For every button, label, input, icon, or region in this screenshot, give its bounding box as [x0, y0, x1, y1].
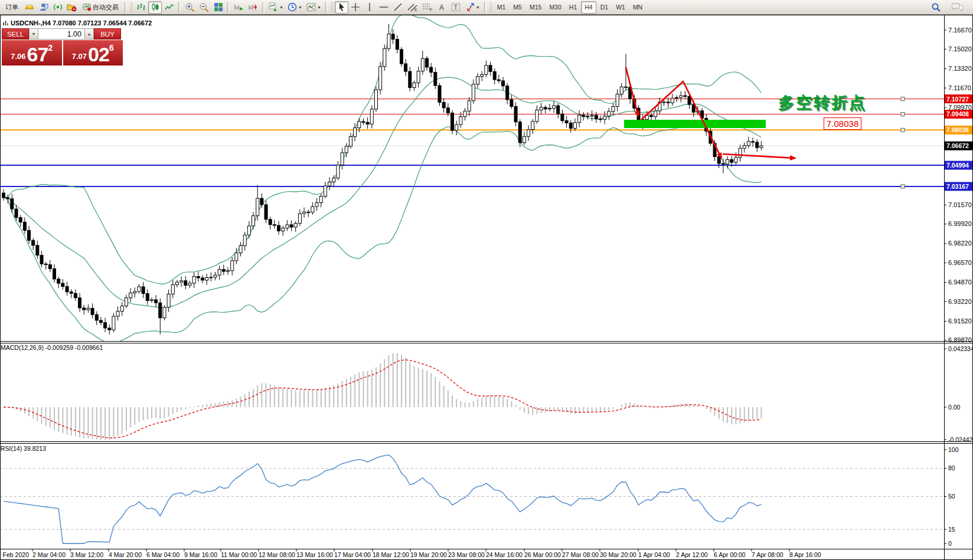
svg-text:18 Mar 12:00: 18 Mar 12:00: [373, 551, 409, 558]
sell-price-prefix: 7.06: [11, 52, 25, 61]
bar-chart-icon: [136, 2, 146, 12]
vertical-line-button[interactable]: [363, 1, 377, 14]
chart-shift-button[interactable]: [246, 1, 260, 14]
candlestick-chart-button[interactable]: [148, 1, 162, 14]
chart-canvas[interactable]: 7.166707.150207.133207.116707.099707.015…: [0, 0, 973, 560]
cursor-button[interactable]: [335, 1, 348, 14]
dropdown-caret-icon: ▼: [298, 5, 302, 9]
svg-text:2 Mar 04:00: 2 Mar 04:00: [32, 551, 66, 558]
templates-button[interactable]: ▼: [305, 1, 323, 14]
trendline-icon: [393, 2, 403, 12]
svg-text:0.042334: 0.042334: [948, 345, 973, 352]
timeframe-m5-button[interactable]: M5: [510, 1, 525, 14]
sell-price-block[interactable]: 7.06 67 2: [2, 40, 62, 66]
fibonacci-button[interactable]: F: [420, 1, 435, 14]
trade-panel-controls: SELL ▼ ▲ BUY: [2, 28, 123, 40]
svg-text:7.06672: 7.06672: [946, 142, 969, 149]
line-chart-icon: [165, 2, 174, 12]
svg-text:6 Apr 00:00: 6 Apr 00:00: [714, 551, 746, 558]
buy-button[interactable]: BUY: [94, 28, 121, 40]
horizontal-line-icon: [379, 3, 388, 11]
zoom-out-button[interactable]: [197, 1, 211, 14]
timeframe-d1-button[interactable]: D1: [597, 1, 612, 14]
timeframe-m30-button[interactable]: M30: [546, 1, 564, 14]
signals-icon[interactable]: [37, 1, 50, 14]
svg-text:7.10727: 7.10727: [946, 96, 969, 103]
svg-text:7.15020: 7.15020: [948, 45, 972, 53]
crosshair-button[interactable]: [349, 1, 363, 14]
timeframe-h1-button[interactable]: H1: [566, 1, 580, 14]
buy-price-sup: 6: [109, 43, 114, 53]
toolbar-separator: [178, 2, 181, 13]
svg-text:23 Mar 08:00: 23 Mar 08:00: [448, 551, 485, 558]
clock-icon: [288, 2, 297, 12]
dropdown-caret-icon: ▼: [476, 5, 480, 9]
svg-text:19 Mar 20:00: 19 Mar 20:00: [410, 551, 447, 558]
toolbar-separator: [262, 2, 265, 13]
crosshair-icon: [351, 2, 360, 12]
volume-increase-button[interactable]: ▲: [84, 28, 94, 40]
periods-button[interactable]: ▼: [286, 1, 304, 14]
chat-button[interactable]: [950, 1, 965, 14]
toolbar-separator: [227, 2, 230, 13]
vertical-line-icon: [365, 2, 374, 12]
horizontal-line-button[interactable]: [377, 1, 391, 14]
svg-text:7.11670: 7.11670: [948, 84, 971, 91]
rsi-indicator-label: RSI(14) 39.8213: [1, 445, 46, 452]
svg-text:7.04994: 7.04994: [946, 162, 969, 169]
volume-decrease-button[interactable]: ▼: [29, 28, 38, 40]
zoom-in-button[interactable]: [183, 1, 197, 14]
chart-title-text: USDCNH-,H4 7.07080 7.07123 7.06544 7.066…: [11, 19, 152, 27]
svg-text:6.89870: 6.89870: [948, 336, 972, 343]
search-button[interactable]: [929, 1, 943, 14]
timeframe-w1-button[interactable]: W1: [612, 1, 629, 14]
gold-icon-glyph: [25, 2, 34, 12]
line-chart-button[interactable]: [162, 1, 176, 14]
tile-windows-button[interactable]: [211, 1, 225, 14]
autotrading-button[interactable]: 自动交易: [79, 1, 122, 14]
channel-icon: E: [407, 2, 418, 12]
text-button[interactable]: A: [435, 1, 449, 14]
buy-price-big: 02: [88, 46, 109, 63]
news-broadcast-icon[interactable]: [51, 1, 64, 14]
market-icon[interactable]: [65, 1, 79, 14]
svg-text:7 Apr 08:00: 7 Apr 08:00: [752, 551, 783, 558]
svg-text:27 Feb 2020: 27 Feb 2020: [0, 551, 29, 558]
toolbar-grip: [490, 2, 492, 12]
autoscroll-button[interactable]: [232, 1, 246, 14]
svg-text:24 Mar 16:00: 24 Mar 16:00: [486, 551, 523, 558]
annotation-price-label[interactable]: 7.08038: [824, 117, 861, 130]
svg-text:11 Mar 00:00: 11 Mar 00:00: [221, 551, 257, 558]
timeframe-mn-button[interactable]: MN: [629, 1, 646, 14]
bar-chart-button[interactable]: [134, 1, 148, 14]
svg-text:7.13320: 7.13320: [948, 65, 972, 72]
svg-text:7.08038: 7.08038: [946, 126, 969, 133]
timeframe-m15-button[interactable]: M15: [526, 1, 545, 14]
annotation-cn-text[interactable]: 多空转折点: [778, 92, 867, 113]
svg-text:7.09408: 7.09408: [946, 110, 969, 117]
buy-price-block[interactable]: 7.07 02 6: [63, 40, 123, 66]
sell-button[interactable]: SELL: [2, 28, 29, 40]
gold-icon[interactable]: [22, 1, 36, 14]
timeframe-h4-button[interactable]: H4: [581, 1, 596, 14]
svg-text:8 Apr 16:00: 8 Apr 16:00: [789, 551, 821, 558]
shapes-arrows-icon: [465, 2, 475, 12]
indicators-button[interactable]: ▼: [267, 1, 285, 14]
toolbar-separator: [484, 2, 487, 13]
svg-text:2 Apr 12:00: 2 Apr 12:00: [676, 551, 708, 558]
svg-text:15: 15: [948, 526, 955, 533]
svg-text:3 Mar 12:00: 3 Mar 12:00: [70, 551, 103, 558]
chart-shift-icon: [248, 2, 258, 12]
svg-text:30 Mar 20:00: 30 Mar 20:00: [600, 551, 636, 558]
autotrading-label: 自动交易: [93, 3, 119, 12]
new-order-button[interactable]: 订单: [2, 1, 22, 14]
svg-text:T: T: [454, 4, 458, 11]
volume-input[interactable]: [38, 28, 84, 40]
timeframe-m1-button[interactable]: M1: [494, 1, 510, 14]
shapes-button[interactable]: ▼: [463, 1, 482, 14]
trendline-button[interactable]: [391, 1, 405, 14]
text-label-button[interactable]: T: [449, 1, 463, 14]
svg-text:6.93220: 6.93220: [948, 298, 972, 305]
equidistant-channel-button[interactable]: E: [406, 1, 420, 14]
sell-price-big: 67: [27, 46, 48, 63]
